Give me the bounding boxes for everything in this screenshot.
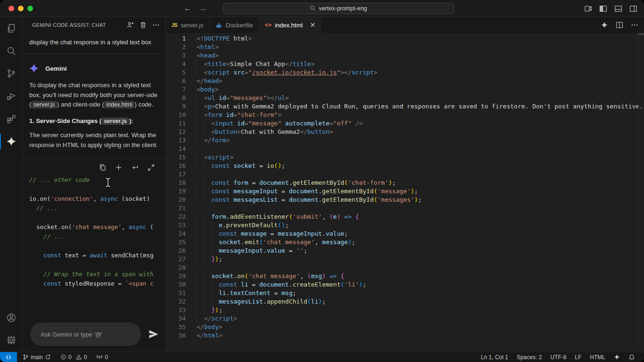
line-number: 25 [166, 238, 186, 247]
editor-line[interactable]: 29socket.on('chat message', (msg) => { [166, 272, 644, 280]
more-actions-icon[interactable] [631, 21, 638, 29]
editor-line[interactable]: 10<form id="chat-form"> [166, 111, 644, 119]
code-editor[interactable]: 1<!DOCTYPE html>2<html>3<head>4<title>Si… [166, 33, 644, 352]
explorer-icon[interactable] [0, 17, 23, 40]
encoding[interactable]: UTF-8 [546, 352, 570, 362]
customize-layout-icon[interactable] [584, 5, 592, 13]
editor-line[interactable]: 13</form> [166, 136, 644, 145]
command-center-search[interactable]: vertex-prompt-eng [223, 3, 454, 14]
editor-line[interactable]: 28 [166, 263, 644, 272]
toggle-panel-icon[interactable] [614, 5, 622, 13]
editor-line[interactable]: 1<!DOCTYPE html> [166, 34, 644, 43]
feedback-icon[interactable] [126, 21, 134, 29]
line-number: 21 [166, 204, 186, 213]
code-snippet[interactable]: // ... other codeio.on('connection', asy… [23, 173, 165, 288]
editor-line[interactable]: 24const message = messageInput.value; [166, 230, 644, 238]
split-editor-icon[interactable] [616, 21, 623, 29]
tab-label: index.html [275, 22, 303, 29]
notifications-bell-icon[interactable] [624, 352, 639, 362]
trash-icon[interactable] [140, 21, 147, 29]
line-number: 17 [166, 170, 186, 179]
editor-line[interactable]: 20const messagesList = document.getEleme… [166, 196, 644, 204]
line-number: 23 [166, 221, 186, 230]
editor-line[interactable]: 2<html> [166, 43, 644, 51]
forward-icon[interactable]: → [199, 5, 206, 12]
editor-line[interactable]: 32messagesList.appendChild(li); [166, 297, 644, 306]
editor-line[interactable]: 21 [166, 204, 644, 213]
toggle-primary-sidebar-icon[interactable] [599, 5, 607, 13]
editor-line[interactable]: 27}); [166, 255, 644, 263]
close-window-button[interactable] [8, 6, 14, 11]
toggle-secondary-sidebar-icon[interactable] [629, 5, 637, 13]
editor-line[interactable]: 23e.preventDefault(); [166, 221, 644, 230]
editor-line[interactable]: 34</script> [166, 314, 644, 323]
editor-line[interactable]: 4<title>Simple Chat App</title> [166, 60, 644, 68]
insert-at-cursor-icon[interactable] [131, 164, 139, 172]
line-number: 4 [166, 60, 186, 68]
send-button[interactable] [147, 327, 161, 341]
chat-input[interactable]: Ask Gemini or type '@' [30, 322, 141, 346]
close-tab-icon[interactable]: ✕ [310, 21, 315, 29]
accounts-icon[interactable] [0, 306, 23, 329]
editor-line[interactable]: 8<ul id="messages"></ul> [166, 94, 644, 102]
expand-icon[interactable] [147, 164, 155, 172]
settings-gear-icon[interactable] [0, 329, 23, 352]
plus-icon[interactable] [115, 164, 123, 172]
more-actions-icon[interactable] [152, 21, 160, 29]
cursor-position[interactable]: Ln 1, Col 1 [477, 352, 512, 362]
editor-line[interactable]: 15<script> [166, 153, 644, 162]
zoom-window-button[interactable] [27, 6, 33, 11]
source-control-icon[interactable] [0, 62, 23, 85]
tab-server.js[interactable]: JSserver.js [166, 17, 210, 33]
indentation[interactable]: Spaces: 2 [512, 352, 546, 362]
problems-status[interactable]: 0 0 [58, 352, 90, 362]
editor-line[interactable]: 33}); [166, 306, 644, 314]
editor-line[interactable]: 26messageInput.value = ''; [166, 247, 644, 255]
remote-indicator[interactable] [0, 352, 17, 362]
gemini-status-icon[interactable] [610, 352, 624, 362]
editor-line[interactable]: 6</head> [166, 77, 644, 85]
editor-line[interactable]: 36</html> [166, 331, 644, 340]
status-bar: main 0 0 0 Ln 1, Col 1 Spaces: 2 UTF-8 L… [0, 352, 644, 362]
editor-line[interactable]: 31li.textContent = msg; [166, 289, 644, 297]
editor-line[interactable]: 11<input id="message" autocomplete="off"… [166, 119, 644, 128]
minimize-window-button[interactable] [18, 6, 24, 11]
editor-line[interactable]: 9<p>Chat with Gemma2 deployed to Cloud R… [166, 102, 644, 111]
editor-line[interactable]: 19const messageInput = document.getEleme… [166, 187, 644, 196]
editor-line[interactable]: 3<head> [166, 51, 644, 60]
warnings-icon [75, 354, 82, 360]
line-number: 34 [166, 314, 186, 323]
eol-sequence[interactable]: LF [570, 352, 586, 362]
gemini-sparkle-icon[interactable] [601, 21, 608, 29]
language-mode[interactable]: HTML [586, 352, 610, 362]
inline-code-chip: server.js [101, 117, 129, 125]
editor-line[interactable]: 14 [166, 145, 644, 153]
editor-line[interactable]: 35</body> [166, 323, 644, 331]
chat-messages: display the chat response in a styled te… [23, 33, 165, 321]
tab-index.html[interactable]: <>index.html✕ [259, 17, 321, 33]
extensions-icon[interactable] [0, 107, 23, 130]
editor-line[interactable]: 7<body> [166, 85, 644, 94]
tab-Dockerfile[interactable]: Dockerfile [210, 17, 259, 33]
ports-status[interactable]: 0 [93, 352, 111, 362]
editor-line[interactable]: 16const socket = io(); [166, 162, 644, 170]
back-icon[interactable]: ← [184, 5, 191, 12]
editor-line[interactable]: 5<script src="/socket.io/socket.io.js"><… [166, 68, 644, 77]
titlebar-actions [584, 0, 637, 17]
editor-line[interactable]: 17 [166, 170, 644, 179]
search-sidebar-icon[interactable] [0, 40, 23, 62]
editor-line[interactable]: 22form.addEventListener('submit', (e) =>… [166, 213, 644, 221]
gemini-sidebar-icon[interactable] [0, 130, 23, 153]
line-number: 3 [166, 51, 186, 60]
branch-status[interactable]: main [20, 352, 54, 362]
editor-line[interactable]: 30const li = document.createElement('li'… [166, 280, 644, 289]
line-number: 6 [166, 77, 186, 85]
editor-line[interactable]: 25socket.emit('chat message', message); [166, 238, 644, 247]
run-debug-icon[interactable] [0, 85, 23, 107]
copy-icon[interactable] [99, 164, 107, 172]
traffic-lights [0, 6, 33, 11]
tab-label: Dockerfile [226, 22, 253, 29]
editor-line[interactable]: 12<button>Chat with Gemma2</button> [166, 128, 644, 136]
editor-line[interactable]: 18const form = document.getElementById('… [166, 179, 644, 187]
line-number: 28 [166, 263, 186, 272]
